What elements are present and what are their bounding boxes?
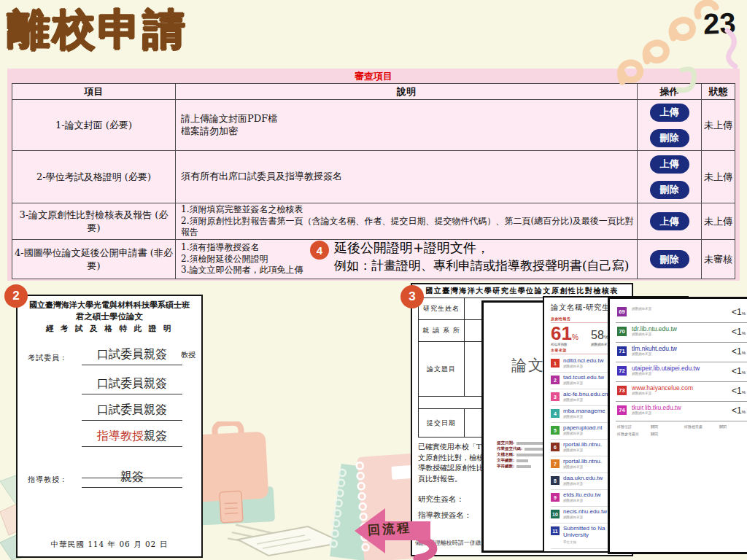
source-type-label: 網際網路來源: [563, 398, 583, 402]
source-number-badge: 10: [551, 510, 560, 518]
description-line: 2.須檢附延後公開證明: [181, 254, 268, 265]
committee-signature-line: 口試委員親簽: [82, 402, 182, 421]
flow-button-label: 回流程: [367, 519, 411, 539]
advisor-label: 指導教授：: [28, 475, 68, 485]
setting-label: 排除相符處: [684, 424, 703, 429]
column-header-description: 說明: [176, 84, 638, 100]
pct-value: <1: [732, 386, 742, 396]
similarity-label: 相似度指數: [551, 343, 568, 346]
source-list-continued: 69網際網路來源<1% 70tdr.lib.ntu.edu.tw網際網路來源<1…: [610, 303, 747, 421]
description-line: 檔案請勿加密: [181, 125, 238, 138]
slide: 離校申請 23 審查項目 項目 說明 操作 狀態 1-論文封面 (必要) 請上傳…: [0, 0, 747, 560]
setting-value: 關閉: [651, 432, 658, 436]
corner-doodle-decoration: [612, 0, 747, 98]
source-type-label: 網際網路來源: [632, 372, 651, 376]
row-operations: 上傳 刪除: [638, 151, 702, 203]
field-label-submit-date: 提交日期: [419, 409, 465, 437]
row-item-name: 1-論文封面 (必要): [12, 100, 176, 151]
status-text: 未上傳: [702, 203, 735, 240]
setting-label: 排除引註: [617, 424, 632, 429]
step-badge-2: 2: [4, 284, 28, 308]
description-line: 3.論文立即公開者，此項免上傳: [181, 265, 303, 276]
meta-label: 文字總數:: [497, 458, 514, 462]
meta-label: 文檔名稱:: [497, 452, 514, 456]
source-url: www.haiyancelue.com: [632, 384, 693, 392]
primary-sources-label: 主要來源: [551, 348, 567, 352]
source-url: rportal.lib.ntnu.: [563, 441, 611, 448]
source-row: 69網際網路來源<1%: [616, 303, 747, 323]
source-type-label: 網際網路來源: [563, 448, 583, 452]
source-percentage: <1%: [732, 307, 746, 317]
source-url: rportal.lib.ntnu.: [563, 458, 611, 464]
source-url: tlm.nkuht.edu.tw: [632, 345, 677, 352]
row-item-name: 2-學位考試及格證明 (必要): [12, 151, 176, 203]
row-item-name: 4-國圖學位論文延後公開申請書 (非必要): [12, 240, 176, 279]
upload-button[interactable]: 上傳: [650, 104, 689, 122]
percent-sign: %: [742, 370, 746, 375]
source-row: 73www.haiyancelue.com網際網路來源<1%: [616, 382, 747, 402]
delete-button[interactable]: 刪除: [650, 181, 689, 199]
source-type-label: 網際網路來源: [563, 482, 583, 486]
upload-button[interactable]: 上傳: [650, 212, 689, 230]
source-url: Submitted to Ch University: [563, 551, 611, 553]
internet-value: 58: [591, 329, 604, 341]
row-description: 請上傳論文封面PDF檔 檔案請勿加密: [176, 100, 638, 151]
percent-sign: %: [572, 333, 578, 341]
status-text: 未上傳: [702, 100, 735, 151]
source-url: Submitted to Na University: [563, 525, 611, 538]
row-operations: 上傳: [638, 203, 702, 240]
source-type-label: 網際網路來源: [632, 392, 651, 395]
source-number-badge: 12: [551, 552, 560, 553]
description-line: 1.須有指導教授簽名: [181, 242, 259, 254]
source-url: utaipeir.lib.utaipei.edu.tw: [632, 365, 700, 372]
flow-back-button[interactable]: 回流程: [349, 503, 444, 560]
source-percentage: <1%: [732, 405, 746, 416]
percent-sign: %: [742, 390, 746, 394]
pct-value: <1: [732, 327, 742, 337]
source-number-badge: 1: [551, 359, 560, 368]
source-type-label: 網際網路來源: [563, 381, 583, 385]
source-type-label: 網際網路來源: [632, 352, 651, 356]
source-type-label: 網際網路來源: [563, 432, 583, 435]
meta-label: 作業提交代碼:: [497, 446, 522, 451]
source-number-badge: 6: [551, 443, 560, 451]
source-url: tad.tcust.edu.tw: [563, 374, 611, 381]
source-type-label: 網際網路來源: [563, 365, 583, 368]
committee-signature-line: 口試委員親簽: [82, 347, 182, 365]
description-line: 請上傳論文封面PDF檔: [181, 113, 277, 125]
source-number-badge: 2: [551, 376, 560, 384]
source-url: necis.nhu.edu.tw: [563, 508, 611, 515]
originality-report-label: 原創性報告: [551, 316, 571, 321]
source-number-badge: 7: [551, 459, 560, 468]
source-url: tdr.lib.ntu.edu.tw: [632, 325, 677, 332]
row-description: 須有所有出席口試委員及指導教授簽名: [176, 151, 638, 203]
source-url: paperupload.nt: [563, 424, 611, 431]
annotation-badge-4: 4: [310, 241, 329, 260]
row-operations: 上傳 刪除: [638, 100, 702, 151]
source-percentage: <1%: [732, 346, 746, 357]
source-number-badge: 9: [551, 493, 560, 502]
source-type-label: 網際網路來源: [632, 411, 651, 415]
upload-button[interactable]: 上傳: [650, 155, 689, 174]
committee-signature-line: 口試委員親簽: [82, 376, 182, 394]
advisor-sign-black-text: 親簽: [144, 429, 167, 443]
setting-value: 關閉: [719, 424, 727, 429]
committee-label: 考試委員：: [28, 353, 68, 363]
pct-value: <1: [732, 366, 742, 376]
source-number-badge: 72: [617, 366, 627, 376]
source-number-badge: 74: [617, 405, 627, 415]
certificate-pass-line: 經 考 試 及 格 特 此 證 明: [18, 324, 201, 334]
similarity-value: 61: [551, 322, 572, 344]
source-percentage: <1%: [732, 386, 746, 396]
meta-label: 字符總數:: [497, 464, 514, 468]
delete-button[interactable]: 刪除: [650, 129, 689, 147]
source-row: 74tkuir.lib.tku.edu.tw網際網路來源<1%: [616, 402, 747, 421]
pct-value: <1: [732, 307, 742, 317]
source-number-badge: 8: [551, 476, 560, 485]
annotation-line: 延後公開證明+證明文件，: [334, 239, 684, 257]
pct-value: <1: [732, 346, 742, 357]
source-row: 70tdr.lib.ntu.edu.tw網際網路來源<1%: [616, 323, 747, 343]
certificate-thesis-line: 君之碩士學位論文: [18, 311, 201, 322]
step-badge-3: 3: [400, 285, 424, 308]
description-line: 2.須附原創性比對報告書第一頁（含論文名稱、作者、提交日期、提交物件代碼）、第二…: [181, 216, 635, 238]
